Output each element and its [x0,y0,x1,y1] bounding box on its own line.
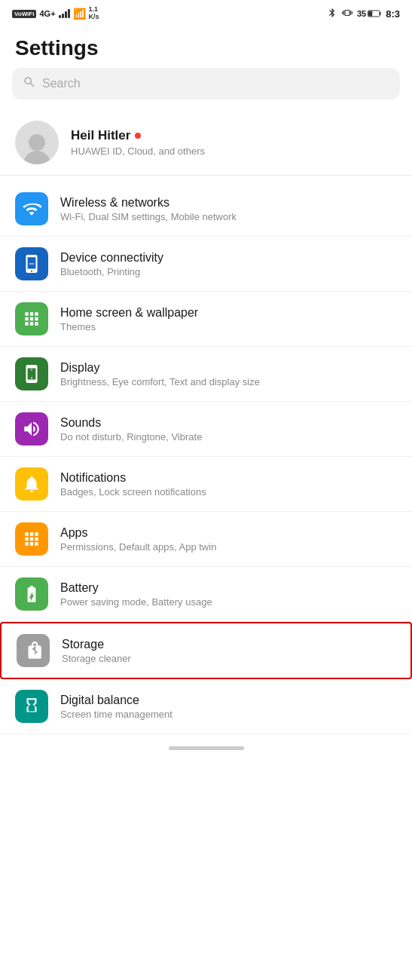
status-left: VoWiFi 4G+ 📶 1.1 K/s [12,6,99,21]
signal-bar-1 [59,15,61,18]
wifi-icon: 📶 [73,8,86,20]
search-icon [23,75,36,92]
notifications-icon [15,467,48,501]
settings-item-digital-balance[interactable]: Digital balance Screen time management [0,679,412,734]
battery-settings-icon [15,577,48,611]
signal-bar-2 [62,14,64,18]
time: 8:3 [386,8,400,20]
profile-subtitle: HUAWEI ID, Cloud, and others [71,145,397,157]
avatar-person [15,121,59,164]
search-placeholder: Search [42,77,81,90]
wireless-text: Wireless & networks Wi-Fi, Dual SIM sett… [60,196,397,222]
device-connectivity-text: Device connectivity Bluetooth, Printing [60,251,397,277]
apps-subtitle: Permissions, Default apps, App twin [60,541,397,553]
home-screen-icon [15,302,48,335]
notifications-title: Notifications [60,471,397,485]
status-right: 35 8:3 [327,8,400,20]
profile-row[interactable]: Heil Hitler HUAWEI ID, Cloud, and others [0,110,412,176]
apps-icon [15,522,48,556]
svg-rect-1 [368,11,372,17]
signal-bar-3 [65,11,67,18]
notifications-text: Notifications Badges, Lock screen notifi… [60,471,397,498]
device-connectivity-title: Device connectivity [60,251,397,265]
bottom-indicator [0,734,412,765]
sounds-icon [15,412,48,446]
online-indicator [135,133,141,139]
apps-text: Apps Permissions, Default apps, App twin [60,526,397,553]
settings-item-sounds[interactable]: Sounds Do not disturb, Ringtone, Vibrate [0,402,412,457]
storage-subtitle: Storage cleaner [62,653,395,664]
digital-balance-icon [15,690,48,723]
status-bar: VoWiFi 4G+ 📶 1.1 K/s 35 8:3 [0,0,412,27]
display-title: Display [60,361,397,375]
vibrate-icon [342,8,352,20]
battery-text: Battery Power saving mode, Battery usage [60,581,397,608]
storage-text: Storage Storage cleaner [62,638,395,664]
display-subtitle: Brightness, Eye comfort, Text and displa… [60,376,397,387]
network-type: 4G+ [39,9,55,18]
profile-name: Heil Hitler [71,128,130,143]
wireless-icon [15,192,48,225]
battery-icon: 35 [357,9,381,18]
search-bar[interactable]: Search [12,68,400,100]
digital-balance-text: Digital balance Screen time management [60,694,397,720]
settings-item-wireless[interactable]: Wireless & networks Wi-Fi, Dual SIM sett… [0,182,412,237]
home-screen-text: Home screen & wallpaper Themes [60,306,397,332]
display-icon [15,357,48,390]
settings-item-display[interactable]: Display Brightness, Eye comfort, Text an… [0,347,412,402]
sounds-title: Sounds [60,416,397,430]
avatar-head [29,134,45,151]
svg-rect-2 [380,12,381,16]
avatar-body [23,151,50,164]
notifications-subtitle: Badges, Lock screen notifications [60,486,397,498]
display-text: Display Brightness, Eye comfort, Text an… [60,361,397,387]
settings-item-storage[interactable]: Storage Storage cleaner [0,622,412,679]
profile-name-row: Heil Hitler [71,128,397,143]
digital-balance-subtitle: Screen time management [60,709,397,720]
page-title: Settings [0,27,412,68]
apps-title: Apps [60,526,397,540]
bluetooth-icon [327,8,337,20]
settings-item-home-screen[interactable]: Home screen & wallpaper Themes [0,292,412,347]
profile-info: Heil Hitler HUAWEI ID, Cloud, and others [71,128,397,157]
settings-item-device-connectivity[interactable]: Device connectivity Bluetooth, Printing [0,237,412,292]
digital-balance-title: Digital balance [60,694,397,707]
home-screen-title: Home screen & wallpaper [60,306,397,320]
signal-bar-4 [68,9,70,18]
home-indicator [169,746,244,750]
avatar [15,121,59,164]
home-screen-subtitle: Themes [60,321,397,332]
signal-bars [59,9,70,18]
vowifi-badge: VoWiFi [12,10,36,18]
device-connectivity-subtitle: Bluetooth, Printing [60,266,397,277]
storage-title: Storage [62,638,395,651]
device-connectivity-icon [15,247,48,280]
settings-item-battery[interactable]: Battery Power saving mode, Battery usage [0,567,412,622]
storage-icon [17,634,50,667]
settings-item-apps[interactable]: Apps Permissions, Default apps, App twin [0,512,412,567]
wireless-title: Wireless & networks [60,196,397,210]
settings-list: Wireless & networks Wi-Fi, Dual SIM sett… [0,182,412,734]
speed-text: 1.1 K/s [89,6,99,21]
settings-item-notifications[interactable]: Notifications Badges, Lock screen notifi… [0,457,412,512]
wireless-subtitle: Wi-Fi, Dual SIM settings, Mobile network [60,211,397,222]
battery-title: Battery [60,581,397,595]
battery-subtitle: Power saving mode, Battery usage [60,596,397,608]
sounds-subtitle: Do not disturb, Ringtone, Vibrate [60,431,397,443]
sounds-text: Sounds Do not disturb, Ringtone, Vibrate [60,416,397,443]
